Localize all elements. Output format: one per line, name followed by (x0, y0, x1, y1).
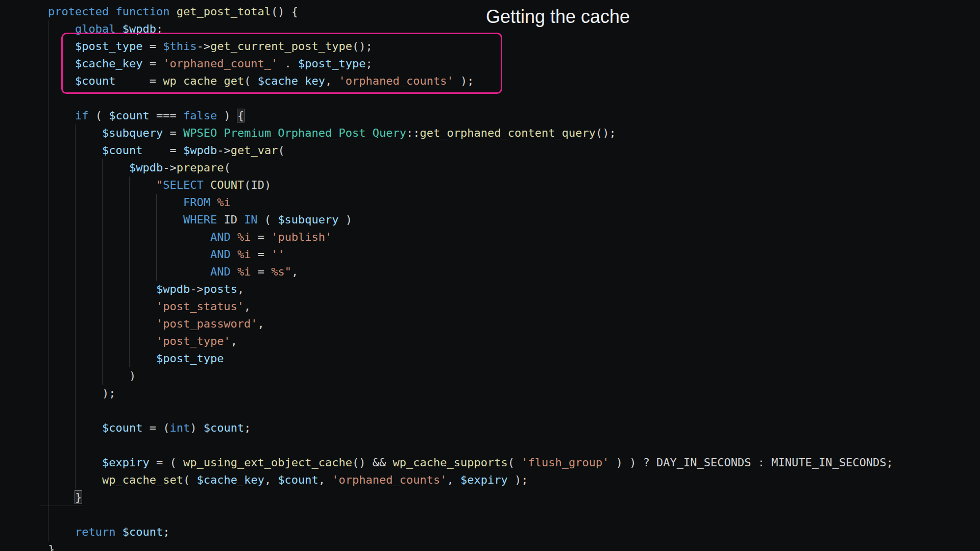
code-token: $count (122, 525, 163, 538)
code-token: = (251, 248, 271, 261)
code-token: ; (366, 57, 373, 70)
code-token: %i (237, 248, 251, 261)
code-token (48, 179, 156, 191)
code-token: = (115, 74, 163, 87)
code-line: $count = $wpdb->get_var( (48, 142, 893, 159)
code-token: ) ) ? DAY_IN_SECONDS : MINUTE_IN_SECONDS… (609, 456, 893, 469)
code-line: return $count; (48, 523, 893, 541)
code-token: ); (508, 473, 528, 486)
code-token: ( (183, 473, 197, 486)
code-token: FROM (183, 196, 210, 209)
code-token (48, 491, 75, 504)
code-token: %s" (271, 265, 291, 278)
code-token: ( (508, 456, 522, 469)
code-token (48, 213, 183, 226)
code-line: 'post_type', (48, 333, 893, 350)
code-token (48, 335, 156, 347)
code-token: :: (406, 127, 420, 139)
code-token: (ID) (244, 179, 271, 191)
code-token: = ( (150, 456, 183, 469)
code-token: wp_using_ext_object_cache (183, 456, 352, 469)
code-token (48, 109, 75, 122)
code-token: AND (210, 231, 231, 243)
code-line (48, 402, 893, 419)
code-line: } (48, 541, 893, 551)
code-token: = (251, 265, 271, 278)
code-token (48, 300, 156, 313)
code-editor: protected function get_post_total() { gl… (48, 3, 893, 551)
code-token: " (156, 179, 163, 191)
code-token: () && (352, 456, 393, 469)
code-token: get_var (231, 144, 278, 157)
code-token: $subquery (278, 213, 338, 226)
code-token: ( (278, 144, 284, 157)
code-token: , (231, 335, 237, 347)
code-token (48, 22, 75, 35)
code-token: IN (244, 213, 258, 226)
code-line: $expiry = ( wp_using_ext_object_cache() … (48, 454, 893, 471)
code-token: , (325, 74, 339, 87)
code-line: ) (48, 367, 893, 385)
code-token: = (163, 127, 183, 139)
code-token: COUNT (210, 179, 244, 191)
code-token: 'publish' (271, 231, 332, 243)
code-token: , (291, 265, 298, 278)
code-token (48, 421, 102, 434)
code-token (48, 456, 102, 469)
code-line: $post_type (48, 350, 893, 367)
code-token (48, 248, 210, 261)
code-token: -> (190, 283, 204, 295)
code-token: ; (156, 22, 163, 35)
code-token: get_post_total (177, 5, 271, 18)
code-token: () { (271, 5, 298, 18)
code-token: wp_cache_supports (393, 456, 508, 469)
code-token (48, 57, 75, 70)
code-token: $count (278, 473, 318, 486)
code-token: $wpdb (122, 22, 156, 35)
code-token: = (251, 231, 271, 243)
code-token: wp_cache_set (102, 473, 183, 486)
code-token (48, 525, 75, 538)
code-token: get_orphaned_content_query (420, 127, 596, 139)
code-token: ) (190, 421, 204, 434)
code-token (48, 317, 156, 330)
code-token: $cache_key (197, 473, 264, 486)
code-token (48, 283, 156, 295)
matched-bracket: } (75, 491, 82, 504)
code-line: AND %i = '' (48, 246, 893, 263)
code-token: ( (244, 74, 258, 87)
code-token: WHERE (183, 213, 217, 226)
code-token: 'post_type' (156, 335, 231, 347)
code-token: $count (204, 421, 244, 434)
code-token: (); (596, 127, 616, 139)
code-line: $count = (int) $count; (48, 419, 893, 437)
code-line (48, 506, 893, 523)
code-token: protected function (48, 5, 177, 18)
code-line: WHERE ID IN ( $subquery ) (48, 211, 893, 229)
code-token: $count (109, 109, 149, 122)
code-token: -> (217, 144, 231, 157)
code-token: ) (217, 109, 237, 122)
code-token: if (75, 109, 89, 122)
code-token: = (142, 144, 183, 157)
code-token (231, 265, 237, 278)
code-token (231, 231, 237, 243)
code-line: AND %i = %s", (48, 263, 893, 281)
code-token (48, 161, 129, 174)
code-token (48, 352, 156, 365)
code-token: AND (210, 248, 231, 261)
code-token: 'orphaned_count_' (163, 57, 278, 70)
code-token: %i (237, 231, 251, 243)
code-token: $subquery (102, 127, 163, 139)
code-token (115, 525, 122, 538)
code-line: $post_type = $this->get_current_post_typ… (48, 38, 893, 55)
code-line: $wpdb->posts, (48, 281, 893, 298)
code-line: } (48, 489, 893, 506)
code-token: 'orphaned_counts' (332, 473, 447, 486)
code-line: $wpdb->prepare( (48, 159, 893, 177)
code-token: ); (48, 387, 115, 399)
code-token: SELECT (163, 179, 203, 191)
code-token: 'flush_group' (521, 456, 609, 469)
code-token: ( (88, 109, 109, 122)
code-token (48, 127, 102, 139)
